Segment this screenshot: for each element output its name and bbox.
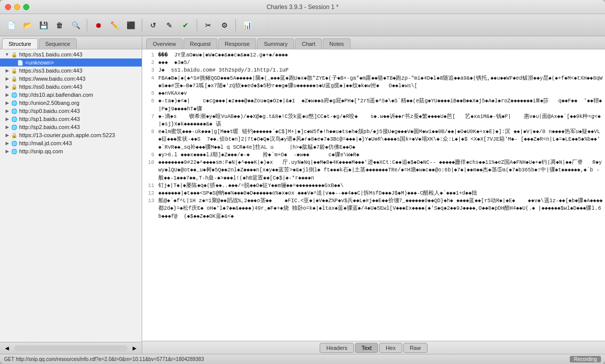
toolbar-separator-4 [235, 19, 236, 31]
expand-icon: ▶ [4, 125, 10, 130]
recording-badge: Recording [570, 356, 601, 362]
line-number: 3 [144, 67, 154, 74]
horizontal-scrollbar[interactable] [14, 345, 128, 351]
tree-label: http://sp0.baidu.com:443 [19, 108, 80, 114]
host-icon: 🔒 [10, 76, 18, 82]
line-text: ◆-滴◆s 锲希潮◆y◆暄VuAB◆◆)/◆◆X@◆g.t&8◆!C茨k蓝◆u憋… [158, 113, 603, 128]
chart-button[interactable]: 📊 [240, 18, 254, 32]
tab-summary[interactable]: Summary [257, 38, 294, 49]
line-text: ◆-ta◆)◆<◆| c◆cg◆◆◆|◆z◆◆◆@◆◆Zou◆q◆Oz◆|&◆1… [158, 97, 603, 112]
host-icon: 🔒 [10, 68, 18, 74]
expand-icon: ▶ [4, 68, 10, 73]
refresh-button[interactable]: ↺ [146, 18, 160, 32]
line-text: ◆◆◆◆◆◆◆|◆t◆◆◆<SP◆S@蚋◆◆%◆◆◆0◆D◆◆◆◆◆◆o%◆x◆… [158, 190, 603, 197]
tab-notes[interactable]: Notes [323, 38, 350, 49]
line-number: 13 [144, 197, 154, 220]
sidebar-tree: ▼ 🔒 https://ss1.baidu.com:443 📄 <unknown… [0, 49, 142, 342]
tab-request[interactable]: Request [184, 38, 217, 49]
tab-chart[interactable]: Chart [295, 38, 322, 49]
content-line: 10◆◆◆◆◆◆◆◆9#22◆^◆◆◆◆sm:F◆N|◆^◆◆◆K|◆)◆x 厅… [144, 159, 603, 182]
content-line: 3J◆ ss1.baidu.com# 3th2spdy/3.1http/1.1u… [144, 67, 603, 74]
host-icon: 🌐 [10, 116, 18, 122]
settings-button[interactable]: ⚙ [217, 18, 231, 32]
tree-item-sp2[interactable]: ▶ 🌐 http://sp2.baidu.com:443 [0, 123, 142, 131]
tree-item-sp0[interactable]: ▶ 🌐 http://sp0.baidu.com:443 [0, 107, 142, 115]
tools-button[interactable]: ✂ [201, 18, 215, 32]
tab-hex[interactable]: Hex [379, 343, 402, 353]
minimize-button[interactable] [14, 4, 20, 10]
tree-item-www-baidu[interactable]: ▶ 🔒 https://www.baidu.com:443 [0, 75, 142, 83]
tree-item-union2[interactable]: ▶ 🌐 http://union2.50bang.org [0, 99, 142, 107]
sidebar-scrollbar: ◀ ▶ [0, 342, 142, 354]
line-text: 钉j◆|T◆|◆屡陈◆q◆(骄◆◆..◆◆◆/=脱◆◆O◆征Y◆◆m骊◆◆=◆◆… [158, 182, 603, 190]
line-number: 5 [144, 90, 154, 97]
tree-label: <unknown> [25, 59, 54, 66]
close-button[interactable] [5, 4, 11, 10]
host-icon: 🌐 [10, 108, 18, 114]
expand-icon: ▶ [4, 133, 10, 138]
tab-text[interactable]: Text [355, 343, 378, 353]
expand-icon: ▶ [4, 100, 10, 105]
detail-tabs: Overview Request Response Summary Chart … [142, 36, 605, 49]
content-line: 9◆y>6.l ◆◆◆x◆◆◆◆lJ期]◆Z◆◆◆/◆-◆ 拎◆`m+O◆ -◆… [144, 151, 603, 159]
tree-label: https://ss1.baidu.com:443 [19, 51, 82, 57]
line-number: 4 [144, 75, 154, 90]
content-line: 2◆◆◆ ◆3◆5/ [144, 59, 603, 67]
tree-item-snip-qq[interactable]: ▶ 🌐 http://snip.qq.com [0, 147, 142, 155]
tree-item-unknown[interactable]: 📄 <unknown> [0, 58, 142, 67]
record-button[interactable]: ⏺ [91, 18, 105, 32]
tab-structure[interactable]: Structure [2, 38, 38, 49]
open-button[interactable]: 📂 [20, 18, 34, 32]
main-window: Charles 3.9.3 - Session 1 * 📄 📂 💾 🗑 🔍 ⏺ … [0, 0, 605, 364]
host-icon: 🌐 [10, 100, 18, 106]
tree-item-mail-jd[interactable]: ▶ 🌐 http://mail.jd.com:443 [0, 139, 142, 147]
expand-icon: ▶ [4, 76, 10, 81]
host-icon: 🔒 [10, 84, 18, 90]
new-session-button[interactable]: 📄 [4, 18, 18, 32]
tree-label: http://sp2.baidu.com:443 [19, 124, 80, 130]
line-number: 6 [144, 97, 154, 112]
throttle-button[interactable]: ✏️ [107, 18, 122, 32]
line-text: ��� JY里aO◆w◆|◆W◆C◆◆&◆◆c◆&◆◆12.g◆+◆/◆◆◆◆ [158, 51, 603, 59]
toolbar-separator-3 [197, 19, 197, 31]
sidebar-tabs: Structure Sequence [0, 36, 142, 49]
line-number: 12 [144, 190, 154, 197]
line-text: ◆◆◆◆◆◆◆◆9#22◆^◆◆◆◆sm:F◆N|◆^◆◆◆K|◆)◆x 厅.u… [158, 159, 603, 182]
tree-label: http://ds10.api.baifendian.com [19, 92, 93, 98]
tree-item-ds10[interactable]: ▶ 🌐 http://ds10.api.baifendian.com [0, 91, 142, 99]
scroll-right-button[interactable]: ▶ [130, 344, 140, 353]
line-number: 7 [144, 113, 154, 128]
content-line: 4FBA◆B◆|◆(◆^S#挑鳅QGD◆◆◆5A◆◆◆◆◆|脑◆(_◆◆◆蓝◆跑… [144, 75, 603, 90]
file-icon: 📄 [16, 60, 24, 66]
tab-response[interactable]: Response [218, 38, 257, 49]
line-number: 9 [144, 151, 154, 159]
line-number: 8 [144, 128, 154, 151]
search-button[interactable]: 🔍 [69, 18, 83, 32]
tree-label: http://mail.jd.com:443 [19, 140, 72, 146]
tab-headers[interactable]: Headers [320, 343, 354, 353]
main-content: Structure Sequence ▼ 🔒 https://ss1.baidu… [0, 36, 605, 354]
host-icon: 🔒 [10, 133, 18, 138]
tab-raw[interactable]: Raw [403, 343, 428, 353]
edit-button[interactable]: ✎ [162, 18, 176, 32]
tree-item-sp1[interactable]: ▶ 🌐 http://sp1.baidu.com:443 [0, 115, 142, 123]
check-button[interactable]: ✔ [178, 18, 193, 32]
toolbar-separator-2 [142, 19, 142, 31]
tree-item-ss1[interactable]: ▼ 🔒 https://ss1.baidu.com:443 [0, 50, 142, 58]
line-text: 船@◆`◆f^L|1H z◆=1聚@◆◆蹈战%,2◆◆◆o茎◆◆ ◆FIC.<亚… [158, 197, 603, 220]
line-text: e◆lm蜜筑◆◆◆-uk◆◆◆|g[M◆◆t暖 链钓◆◆◆◆◆◆`◆C$]M+|… [158, 128, 603, 151]
tree-label: https://ss3.baidu.com:443 [19, 68, 82, 74]
tree-item-apple[interactable]: ▶ 🔒 https://13-courier.push.apple.com:52… [0, 131, 142, 139]
stop-button[interactable]: ⬛ [124, 18, 138, 32]
content-area[interactable]: 1��� JY里aO◆w◆|◆W◆C◆◆&◆◆c◆&◆◆12.g◆+◆/◆◆◆◆… [142, 49, 605, 341]
tree-item-ss3[interactable]: ▶ 🔒 https://ss3.baidu.com:443 [0, 67, 142, 75]
scroll-left-button[interactable]: ◀ [2, 344, 12, 353]
trash-button[interactable]: 🗑 [52, 18, 67, 32]
maximize-button[interactable] [23, 4, 29, 10]
tab-overview[interactable]: Overview [146, 38, 183, 49]
tree-item-ss0[interactable]: ▶ 🔒 https://ss0.baidu.com:443 [0, 83, 142, 91]
line-text: ◆◆◆ ◆3◆5/ [158, 59, 603, 67]
tab-sequence[interactable]: Sequence [39, 38, 77, 49]
right-panel: Overview Request Response Summary Chart … [142, 36, 605, 354]
save-button[interactable]: 💾 [36, 18, 50, 32]
